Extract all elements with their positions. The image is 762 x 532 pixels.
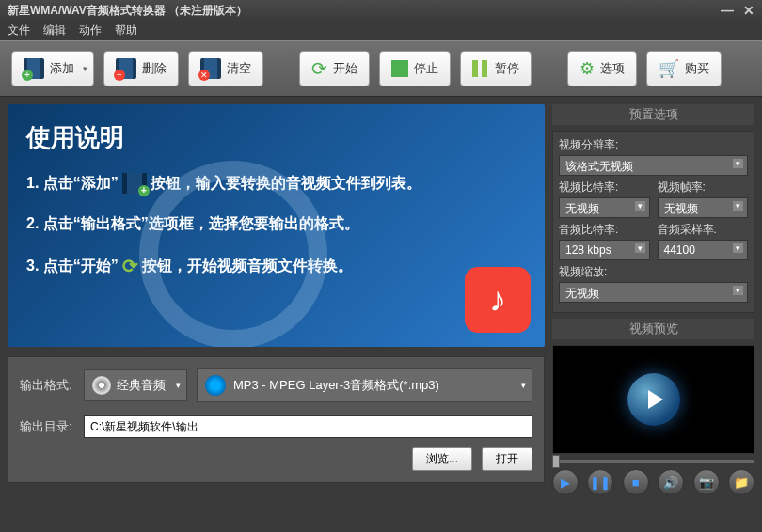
delete-button[interactable]: − 删除: [103, 51, 179, 86]
window-title: 新星WMA/WAV音频格式转换器 （未注册版本）: [8, 3, 247, 19]
browse-button[interactable]: 浏览...: [412, 447, 472, 471]
vframerate-select[interactable]: 无视频: [658, 197, 749, 218]
reel-decoration: [139, 161, 327, 347]
resolution-select[interactable]: 该格式无视频: [559, 155, 748, 176]
disc-icon: [92, 376, 111, 395]
options-button[interactable]: ⚙ 选项: [567, 51, 637, 86]
film-clear-icon: ✕: [200, 58, 221, 79]
open-button[interactable]: 打开: [482, 447, 532, 471]
resolution-label: 视频分辩率:: [559, 137, 748, 153]
presets-title: 预置选项: [552, 104, 754, 125]
stop-icon: [391, 60, 408, 77]
mini-film-add-icon: +: [122, 173, 147, 194]
output-dir-label: 输出目录:: [20, 418, 74, 435]
instructions-panel: 使用说明 1. 点击“添加” + 按钮，输入要转换的音视频文件到列表。 2. 点…: [8, 104, 545, 347]
output-panel: 输出格式: 经典音频 MP3 - MPEG Layer-3音频格式(*.mp3)…: [8, 356, 545, 483]
media-mute-button[interactable]: 🔊: [658, 469, 684, 495]
buy-button[interactable]: 🛒 购买: [646, 51, 722, 86]
preview-play-icon: [627, 373, 680, 426]
film-add-icon: +: [24, 58, 44, 79]
cart-icon: 🛒: [659, 58, 679, 79]
toolbar: + 添加 − 删除 ✕ 清空 ⟳ 开始 停止 暂停 ⚙ 选项 🛒 购买: [0, 40, 762, 97]
add-button[interactable]: + 添加: [11, 51, 94, 86]
asamplerate-label: 音频采样率:: [658, 222, 749, 238]
seek-slider[interactable]: [552, 460, 754, 463]
media-stop-button[interactable]: ■: [623, 469, 649, 495]
gear-icon: ⚙: [579, 58, 595, 79]
output-format-label: 输出格式:: [20, 377, 74, 394]
presets-panel: 视频分辩率: 该格式无视频 视频比特率: 无视频 视频帧率: 无视频 音频比特率…: [552, 131, 754, 313]
abitrate-label: 音频比特率:: [559, 222, 650, 238]
instructions-title: 使用说明: [26, 121, 526, 154]
preview-title: 视频预览: [552, 319, 754, 339]
vbitrate-select[interactable]: 无视频: [559, 197, 650, 218]
vbitrate-label: 视频比特率:: [559, 180, 650, 196]
menu-edit[interactable]: 编辑: [43, 23, 66, 39]
menu-file[interactable]: 文件: [8, 23, 30, 39]
video-preview: [552, 345, 754, 454]
titlebar: 新星WMA/WAV音频格式转换器 （未注册版本） — ✕: [0, 0, 762, 21]
clear-button[interactable]: ✕ 清空: [188, 51, 263, 86]
media-snapshot-button[interactable]: 📷: [693, 469, 720, 495]
zoom-label: 视频缩放:: [559, 264, 748, 280]
minimize-button[interactable]: —: [721, 3, 734, 18]
refresh-icon: ⟳: [311, 57, 327, 80]
media-pause-button[interactable]: ❚❚: [587, 469, 613, 495]
menu-action[interactable]: 动作: [79, 23, 102, 39]
start-button[interactable]: ⟳ 开始: [299, 51, 370, 86]
media-play-button[interactable]: ▶: [552, 469, 579, 495]
music-badge-icon: ♪: [465, 267, 531, 333]
film-delete-icon: −: [116, 58, 136, 79]
close-button[interactable]: ✕: [743, 3, 754, 18]
menu-help[interactable]: 帮助: [115, 23, 137, 39]
mp3-icon: [205, 375, 226, 396]
category-select[interactable]: 经典音频: [84, 369, 187, 401]
abitrate-select[interactable]: 128 kbps: [559, 240, 650, 260]
pause-button[interactable]: 暂停: [460, 51, 532, 86]
stop-button[interactable]: 停止: [379, 51, 451, 86]
asamplerate-select[interactable]: 44100: [658, 240, 749, 260]
mini-refresh-icon: ⟳: [122, 255, 138, 277]
media-folder-button[interactable]: 📁: [728, 469, 754, 495]
vframerate-label: 视频帧率:: [658, 180, 749, 196]
zoom-select[interactable]: 无视频: [559, 282, 748, 303]
media-controls: ▶ ❚❚ ■ 🔊 📷 📁: [552, 469, 754, 495]
menubar: 文件 编辑 动作 帮助: [0, 21, 762, 40]
output-dir-input[interactable]: [84, 415, 532, 438]
format-select[interactable]: MP3 - MPEG Layer-3音频格式(*.mp3): [197, 368, 532, 402]
pause-icon: [472, 60, 489, 77]
